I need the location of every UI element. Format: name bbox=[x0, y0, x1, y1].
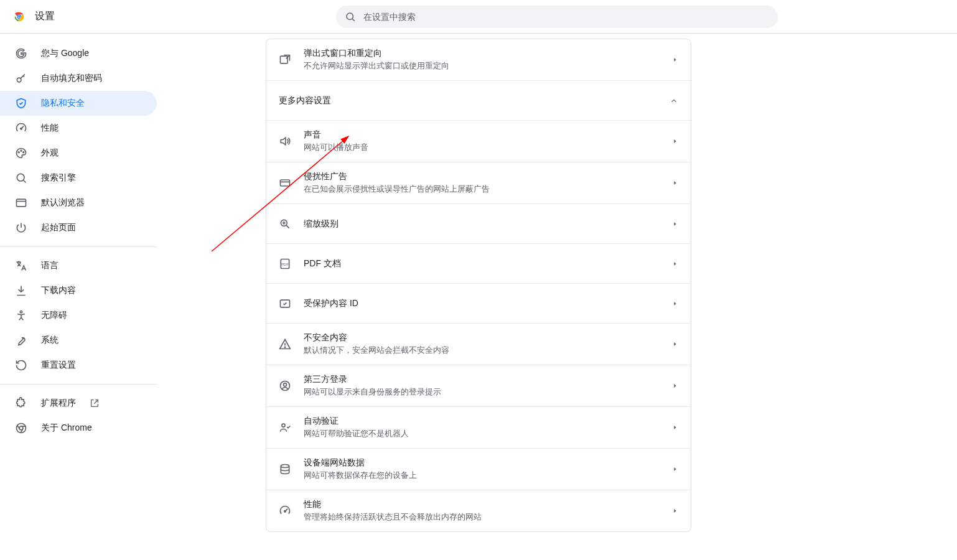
more-content-settings-header[interactable]: 更多内容设置 bbox=[266, 80, 691, 120]
chevron-right-icon bbox=[672, 138, 678, 144]
row-auto-verify[interactable]: 自动验证 网站可帮助验证您不是机器人 bbox=[266, 406, 691, 448]
chevron-right-icon bbox=[672, 508, 678, 514]
row-sound[interactable]: 声音 网站可以播放声音 bbox=[266, 120, 691, 162]
row-subtitle: 管理将始终保持活跃状态且不会释放出内存的网站 bbox=[304, 511, 672, 523]
svg-rect-18 bbox=[281, 56, 288, 63]
search-bar[interactable] bbox=[336, 6, 778, 28]
chevron-right-icon bbox=[672, 221, 678, 227]
chevron-right-icon bbox=[672, 466, 678, 472]
row-title: 受保护内容 ID bbox=[304, 298, 672, 309]
warning-icon bbox=[279, 338, 291, 350]
row-device-site-data[interactable]: 设备端网站数据 网站可将数据保存在您的设备上 bbox=[266, 448, 691, 490]
row-intrusive-ads[interactable]: 侵扰性广告 在已知会展示侵扰性或误导性广告的网站上屏蔽广告 bbox=[266, 162, 691, 203]
svg-point-32 bbox=[282, 424, 285, 427]
section-title: 更多内容设置 bbox=[279, 95, 670, 106]
settings-panel: 弹出式窗口和重定向 不允许网站显示弹出式窗口或使用重定向 更多内容设置 bbox=[266, 34, 691, 560]
auto-verify-icon bbox=[279, 421, 291, 434]
row-title: 设备端网站数据 bbox=[304, 457, 672, 469]
chevron-right-icon bbox=[672, 301, 678, 307]
gauge-icon bbox=[279, 505, 291, 517]
search-icon bbox=[345, 11, 356, 22]
row-third-party-signin[interactable]: 第三方登录 网站可以显示来自身份服务的登录提示 bbox=[266, 365, 691, 406]
account-icon bbox=[279, 380, 291, 392]
svg-point-4 bbox=[347, 13, 353, 20]
row-insecure-content[interactable]: 不安全内容 默认情况下，安全网站会拦截不安全内容 bbox=[266, 323, 691, 365]
row-title: 侵扰性广告 bbox=[304, 171, 672, 182]
svg-text:PDF: PDF bbox=[281, 262, 289, 266]
row-subtitle: 网站可将数据保存在您的设备上 bbox=[304, 470, 672, 481]
row-title: 缩放级别 bbox=[304, 218, 672, 230]
database-icon bbox=[279, 463, 291, 475]
row-title: 声音 bbox=[304, 129, 672, 141]
pdf-icon: PDF bbox=[279, 258, 291, 270]
row-performance[interactable]: 性能 管理将始终保持活跃状态且不会释放出内存的网站 bbox=[266, 490, 691, 531]
svg-line-22 bbox=[286, 225, 289, 228]
row-subtitle: 不允许网站显示弹出式窗口或使用重定向 bbox=[304, 60, 672, 72]
protected-content-icon bbox=[279, 297, 291, 310]
row-subtitle: 默认情况下，安全网站会拦截不安全内容 bbox=[304, 345, 672, 356]
chevron-right-icon bbox=[672, 180, 678, 186]
row-title: 弹出式窗口和重定向 bbox=[304, 48, 672, 59]
ads-icon bbox=[279, 177, 291, 189]
header-title: 设置 bbox=[35, 10, 55, 23]
chevron-right-icon bbox=[672, 383, 678, 389]
popup-icon bbox=[279, 54, 291, 66]
row-protected-content-id[interactable]: 受保护内容 ID bbox=[266, 283, 691, 323]
row-subtitle: 网站可帮助验证您不是机器人 bbox=[304, 428, 672, 439]
row-title: 自动验证 bbox=[304, 416, 672, 427]
row-subtitle: 网站可以显示来自身份服务的登录提示 bbox=[304, 386, 672, 398]
row-popups-redirects[interactable]: 弹出式窗口和重定向 不允许网站显示弹出式窗口或使用重定向 bbox=[266, 39, 691, 80]
svg-line-5 bbox=[352, 19, 354, 21]
zoom-icon bbox=[279, 218, 291, 230]
chevron-right-icon bbox=[672, 261, 678, 267]
svg-point-3 bbox=[18, 16, 21, 18]
row-title: 性能 bbox=[304, 499, 672, 510]
row-title: 第三方登录 bbox=[304, 374, 672, 385]
svg-point-33 bbox=[281, 465, 289, 468]
row-subtitle: 在已知会展示侵扰性或误导性广告的网站上屏蔽广告 bbox=[304, 184, 672, 195]
brand-block: 设置 bbox=[0, 10, 336, 24]
row-title: 不安全内容 bbox=[304, 332, 672, 343]
app-header: 设置 bbox=[0, 0, 957, 34]
svg-point-29 bbox=[284, 347, 285, 347]
row-subtitle: 网站可以播放声音 bbox=[304, 142, 672, 153]
row-zoom-levels[interactable]: 缩放级别 bbox=[266, 203, 691, 243]
sound-icon bbox=[279, 135, 291, 147]
chrome-logo-icon bbox=[12, 10, 26, 24]
chevron-right-icon bbox=[672, 341, 678, 347]
chevron-right-icon bbox=[672, 57, 678, 63]
svg-rect-19 bbox=[281, 180, 290, 186]
chevron-right-icon bbox=[672, 424, 678, 431]
row-title: PDF 文档 bbox=[304, 258, 672, 269]
search-input[interactable] bbox=[362, 11, 769, 22]
row-pdf-documents[interactable]: PDF PDF 文档 bbox=[266, 243, 691, 283]
settings-card: 弹出式窗口和重定向 不允许网站显示弹出式窗口或使用重定向 更多内容设置 bbox=[266, 39, 691, 532]
svg-point-31 bbox=[284, 383, 287, 386]
main-content: 弹出式窗口和重定向 不允许网站显示弹出式窗口或使用重定向 更多内容设置 bbox=[0, 34, 957, 560]
chevron-up-icon bbox=[670, 96, 678, 105]
